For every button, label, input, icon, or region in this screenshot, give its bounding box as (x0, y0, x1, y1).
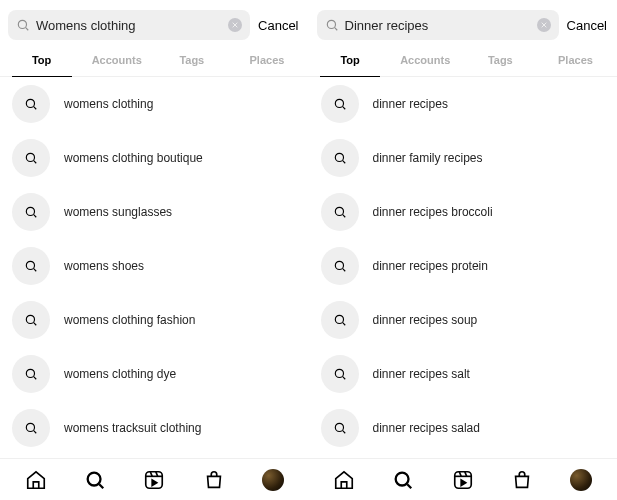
clear-icon[interactable] (537, 18, 551, 32)
nav-reels[interactable] (451, 468, 475, 492)
list-item[interactable]: dinner family recipes (309, 131, 618, 185)
search-box[interactable] (8, 10, 250, 40)
svg-line-9 (34, 215, 37, 218)
result-label: dinner family recipes (373, 151, 483, 165)
tab-tags[interactable]: Tags (154, 46, 229, 76)
nav-profile[interactable] (569, 468, 593, 492)
tab-places[interactable]: Places (229, 46, 304, 76)
result-label: dinner recipes soup (373, 313, 478, 327)
nav-search[interactable] (83, 468, 107, 492)
bottom-nav (309, 458, 618, 500)
svg-point-36 (335, 315, 343, 323)
svg-line-13 (34, 323, 37, 326)
search-icon (321, 193, 359, 231)
svg-rect-20 (146, 471, 163, 488)
reels-icon (452, 469, 474, 491)
list-item[interactable]: dinner recipes salad (309, 401, 618, 455)
result-label: womens tracksuit clothing (64, 421, 201, 435)
tabs: Top Accounts Tags Places (309, 46, 618, 77)
tab-top[interactable]: Top (4, 46, 79, 76)
svg-line-35 (342, 269, 345, 272)
svg-line-7 (34, 161, 37, 164)
list-item[interactable]: womens clothing (0, 77, 309, 131)
search-icon (12, 193, 50, 231)
svg-line-11 (34, 269, 37, 272)
list-item[interactable]: womens shoes (0, 239, 309, 293)
result-label: womens sunglasses (64, 205, 172, 219)
list-item[interactable]: dinner recipes broccoli (309, 185, 618, 239)
tab-top[interactable]: Top (313, 46, 388, 76)
svg-point-4 (26, 99, 34, 107)
tab-accounts[interactable]: Accounts (79, 46, 154, 76)
tabs: Top Accounts Tags Places (0, 46, 309, 77)
nav-reels[interactable] (142, 468, 166, 492)
search-row: Cancel (309, 0, 618, 46)
list-item[interactable]: dinner recipes salt (309, 347, 618, 401)
svg-point-6 (26, 153, 34, 161)
result-label: womens clothing boutique (64, 151, 203, 165)
result-label: dinner recipes protein (373, 259, 488, 273)
shop-icon (203, 469, 225, 491)
nav-home[interactable] (332, 468, 356, 492)
svg-line-43 (408, 484, 412, 488)
search-icon (16, 18, 30, 32)
svg-point-38 (335, 369, 343, 377)
home-icon (25, 469, 47, 491)
svg-point-8 (26, 207, 34, 215)
svg-line-29 (342, 107, 345, 110)
nav-shop[interactable] (202, 468, 226, 492)
cancel-button[interactable]: Cancel (567, 18, 609, 33)
search-icon (12, 409, 50, 447)
list-item[interactable]: dinner recipes soup (309, 293, 618, 347)
clear-icon[interactable] (228, 18, 242, 32)
nav-profile[interactable] (261, 468, 285, 492)
profile-avatar-icon (262, 469, 284, 491)
svg-point-16 (26, 423, 34, 431)
list-item[interactable]: womens clothing boutique (0, 131, 309, 185)
svg-point-40 (335, 423, 343, 431)
svg-line-31 (342, 161, 345, 164)
search-icon (321, 85, 359, 123)
search-input[interactable] (345, 18, 531, 33)
list-item[interactable]: dinner recipes protein (309, 239, 618, 293)
search-input[interactable] (36, 18, 222, 33)
result-label: womens clothing (64, 97, 153, 111)
result-label: womens clothing dye (64, 367, 176, 381)
list-item[interactable]: womens tracksuit clothing (0, 401, 309, 455)
bottom-nav (0, 458, 309, 500)
svg-point-34 (335, 261, 343, 269)
search-icon (321, 355, 359, 393)
list-item[interactable]: womens clothing fashion (0, 293, 309, 347)
tab-accounts[interactable]: Accounts (388, 46, 463, 76)
svg-line-15 (34, 377, 37, 380)
search-pane-right: Cancel Top Accounts Tags Places dinner r… (309, 0, 618, 500)
svg-line-5 (34, 107, 37, 110)
result-label: dinner recipes (373, 97, 448, 111)
svg-point-28 (335, 99, 343, 107)
svg-line-41 (342, 431, 345, 434)
search-icon (84, 469, 106, 491)
tab-tags[interactable]: Tags (463, 46, 538, 76)
svg-line-1 (26, 28, 29, 31)
search-icon (392, 469, 414, 491)
list-item[interactable]: womens clothing dye (0, 347, 309, 401)
result-label: dinner recipes salt (373, 367, 470, 381)
result-label: womens clothing fashion (64, 313, 195, 327)
results-list: womens clothing womens clothing boutique… (0, 77, 309, 458)
svg-point-24 (327, 20, 335, 28)
list-item[interactable]: dinner recipes (309, 77, 618, 131)
search-box[interactable] (317, 10, 559, 40)
svg-line-25 (334, 28, 337, 31)
svg-point-12 (26, 315, 34, 323)
profile-avatar-icon (570, 469, 592, 491)
list-item[interactable]: womens sunglasses (0, 185, 309, 239)
nav-shop[interactable] (510, 468, 534, 492)
search-icon (12, 139, 50, 177)
search-icon (321, 247, 359, 285)
svg-point-18 (88, 472, 101, 485)
cancel-button[interactable]: Cancel (258, 18, 300, 33)
tab-places[interactable]: Places (538, 46, 613, 76)
nav-home[interactable] (24, 468, 48, 492)
nav-search[interactable] (391, 468, 415, 492)
search-icon (321, 301, 359, 339)
